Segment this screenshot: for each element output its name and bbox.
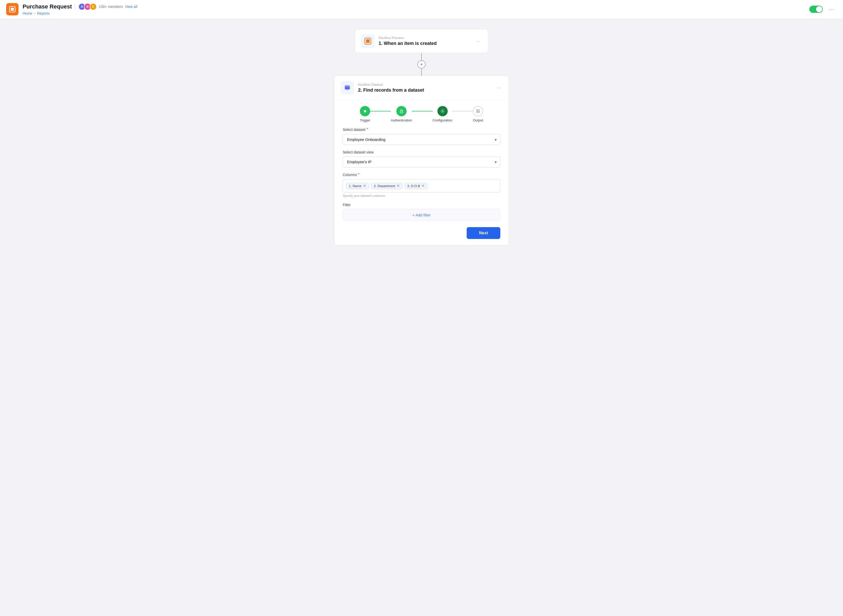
dataset-select[interactable]: Employee Onboarding: [343, 134, 500, 145]
step-auth-circle: [396, 106, 407, 116]
step-trigger-label: Trigger: [360, 118, 370, 122]
step-connector-1: [370, 111, 391, 111]
dataset-card: Kissflow Dataset 2. Find records from a …: [334, 76, 509, 245]
header: Purchase Request A B C 130+ members View…: [0, 0, 843, 19]
header-right: ···: [809, 5, 837, 13]
trigger-subtitle: Kissflow Process: [379, 36, 471, 40]
next-button[interactable]: Next: [467, 227, 500, 239]
view-field-group: Select dataset view Employee's IP ▾: [343, 150, 500, 167]
column-tag-dob: 3. D.O.B ✕: [405, 183, 428, 189]
breadcrumb-separator: >: [34, 12, 35, 15]
app-icon: [6, 3, 19, 15]
step-output-circle: [473, 106, 483, 116]
trigger-text: Kissflow Process 1. When an item is crea…: [379, 36, 471, 46]
trigger-icon-box: [361, 34, 375, 48]
step-auth-label: Authentication: [391, 118, 412, 122]
members-area: A B C 130+ members View all: [78, 3, 137, 10]
remove-dob-tag[interactable]: ✕: [421, 184, 425, 188]
view-all-link[interactable]: View all: [125, 4, 137, 9]
dataset-text: Kissflow Dataset 2. Find records from a …: [358, 83, 491, 93]
remove-department-tag[interactable]: ✕: [397, 184, 400, 188]
step-output-label: Output: [473, 118, 483, 122]
column-tag-name: 1. Name ✕: [346, 183, 369, 189]
columns-field-group: Columns * 1. Name ✕ 2. Department ✕ 3. D…: [343, 173, 500, 198]
svg-point-10: [345, 88, 350, 89]
columns-input[interactable]: 1. Name ✕ 2. Department ✕ 3. D.O.B ✕: [343, 179, 500, 192]
svg-rect-16: [476, 111, 478, 113]
connector-line-bottom: [421, 69, 422, 76]
svg-rect-3: [366, 39, 369, 43]
step-config-label: Configuration: [432, 118, 452, 122]
connector-line-top: [421, 53, 422, 60]
svg-rect-15: [478, 110, 479, 111]
connector: +: [417, 53, 426, 76]
main-content: Kissflow Process 1. When an item is crea…: [0, 19, 843, 616]
columns-field-label: Columns *: [343, 173, 500, 177]
dataset-field-label: Select dataset *: [343, 127, 500, 132]
columns-required-indicator: *: [358, 173, 359, 177]
toggle-knob: [816, 6, 822, 12]
dataset-field-group: Select dataset * Employee Onboarding ▾: [343, 127, 500, 145]
step-trigger-circle: [360, 106, 370, 116]
header-title-area: Purchase Request A B C 130+ members View…: [23, 3, 137, 15]
more-menu-button[interactable]: ···: [827, 5, 837, 13]
breadcrumb: Home > Reports: [23, 11, 137, 15]
dataset-select-wrapper[interactable]: Employee Onboarding ▾: [343, 134, 500, 145]
trigger-title: 1. When an item is created: [379, 41, 471, 46]
filter-area: Filter + Add filter: [343, 203, 500, 221]
step-connector-2: [412, 111, 432, 111]
columns-hint: Specify your dataset's columns: [343, 194, 500, 198]
breadcrumb-current: Reports: [37, 11, 50, 15]
svg-rect-14: [476, 110, 478, 111]
svg-point-12: [401, 111, 402, 112]
breadcrumb-home[interactable]: Home: [23, 11, 32, 15]
svg-rect-17: [478, 111, 479, 113]
view-field-label: Select dataset view: [343, 150, 500, 154]
trigger-menu-button[interactable]: ···: [475, 37, 482, 45]
dataset-title: 2. Find records from a dataset: [358, 88, 491, 93]
avatars: A B C: [78, 3, 97, 10]
step-output: Output: [473, 106, 483, 122]
column-tag-department: 2. Department ✕: [371, 183, 402, 189]
dataset-card-header: Kissflow Dataset 2. Find records from a …: [334, 76, 509, 100]
view-select[interactable]: Employee's IP: [343, 156, 500, 167]
form-content: Select dataset * Employee Onboarding ▾ S…: [334, 127, 509, 245]
actions-row: Next: [343, 227, 500, 239]
trigger-card: Kissflow Process 1. When an item is crea…: [355, 29, 488, 53]
members-count: 130+ members: [99, 4, 123, 9]
step-configuration: Configuration: [432, 106, 452, 122]
app-title: Purchase Request: [23, 3, 72, 10]
filter-label: Filter: [343, 203, 500, 207]
remove-name-tag[interactable]: ✕: [363, 184, 366, 188]
step-connector-3: [452, 111, 473, 111]
dataset-menu-button[interactable]: ···: [496, 84, 502, 92]
svg-rect-1: [11, 8, 14, 11]
view-select-wrapper[interactable]: Employee's IP ▾: [343, 156, 500, 167]
dataset-required-indicator: *: [367, 127, 368, 132]
dataset-subtitle: Kissflow Dataset: [358, 83, 491, 87]
step-authentication: Authentication: [391, 106, 412, 122]
add-filter-button[interactable]: + Add filter: [343, 209, 500, 221]
avatar-3: C: [89, 3, 97, 10]
steps-area: Trigger Authentication: [334, 100, 509, 127]
svg-point-13: [442, 111, 443, 111]
dataset-icon-box: [341, 81, 354, 94]
header-divider: [75, 4, 75, 9]
toggle-switch[interactable]: [809, 6, 823, 13]
add-step-button[interactable]: +: [417, 60, 426, 69]
step-config-circle: [437, 106, 448, 116]
step-trigger: Trigger: [360, 106, 370, 122]
